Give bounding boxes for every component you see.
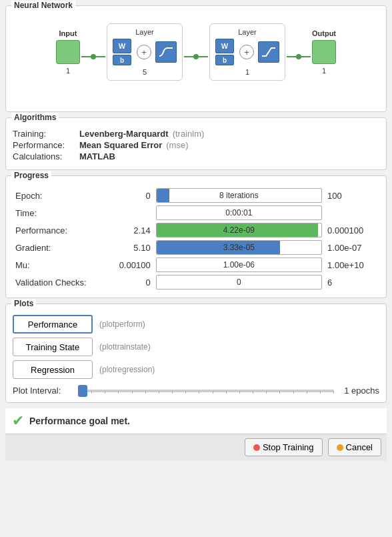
bottom-bar: Stop Training Cancel (5, 434, 387, 460)
algo-calc-label: Calculations: (13, 151, 79, 161)
nn-output-node: Output 1 (312, 29, 336, 75)
nn-layer1-inner: W b + (113, 39, 177, 65)
nn-output-label: Output (312, 29, 336, 37)
prog-label: Mu: (13, 256, 106, 274)
tick (91, 391, 92, 394)
tick (253, 391, 253, 394)
nn-layer2-num: 1 (245, 68, 249, 76)
progress-row: Epoch:08 iterations100 (13, 187, 379, 204)
plot-sublabel: (plotperform) (99, 320, 145, 329)
prog-bar-outer: 4.22e-09 (156, 223, 322, 237)
plot-button-performance[interactable]: Performance (13, 315, 93, 334)
nn-layer2-wb: W b (215, 39, 234, 65)
nn-conn-line3 (184, 56, 193, 57)
nn-layer1-sum: + (137, 45, 151, 59)
nn-output-box (312, 40, 336, 64)
cancel-label: Cancel (346, 442, 373, 452)
algo-training-row: Training: Levenberg-Marquardt (trainlm) (13, 129, 379, 139)
progress-row: Gradient:5.103.33e-051.00e-07 (13, 239, 379, 256)
prog-label: Gradient: (13, 239, 106, 256)
slider-thumb[interactable] (78, 385, 87, 397)
prog-bar-fill (157, 189, 170, 202)
main-container: Neural Network Input 1 Layer W b (0, 0, 392, 466)
plot-button-training-state[interactable]: Training State (13, 338, 93, 356)
prog-bar: 8 iterations (153, 187, 325, 204)
nn-layer2-activation (258, 41, 279, 63)
progress-row: Mu:0.001001.00e-061.00e+10 (13, 256, 379, 274)
nn-layer2: Layer W b + 1 (209, 23, 285, 81)
plots-buttons: Performance(plotperform)Training State(p… (13, 315, 379, 379)
nn-layer2-inner: W b + (215, 39, 279, 65)
prog-label: Performance: (13, 221, 106, 239)
algo-title: Algorithms (11, 113, 59, 122)
prog-bar-outer: 0 (156, 275, 322, 290)
algo-training-value: Levenberg-Marquardt (79, 129, 169, 139)
plot-row: Regression(plotregression) (13, 360, 379, 379)
tick (333, 391, 334, 394)
tick (132, 391, 133, 394)
plot-row: Training State(plottrainstate) (13, 338, 379, 356)
plot-interval-slider[interactable] (78, 390, 334, 392)
prog-bar-text: 8 iterations (219, 191, 259, 200)
prog-start-val: 5.10 (106, 239, 153, 256)
plot-button-regression[interactable]: Regression (13, 360, 93, 379)
tick (105, 391, 105, 394)
plots-title: Plots (11, 299, 36, 308)
prog-bar-text: 0 (237, 278, 241, 287)
nn-layer2-w: W (215, 39, 234, 53)
algo-training-label: Training: (13, 129, 79, 139)
prog-bar: 1.00e-06 (153, 256, 325, 274)
nn-layer1-wb: W b (113, 39, 131, 65)
nn-layer1-activation (155, 41, 177, 63)
nn-layer2-sum: + (239, 45, 254, 59)
nn-layer1-w: W (113, 39, 131, 53)
nn-conn-line4 (199, 56, 208, 57)
algo-training-sub: (trainlm) (173, 129, 205, 139)
prog-start-val: 0.00100 (106, 256, 153, 274)
nn-conn-line1 (81, 56, 91, 57)
prog-end-val: 0.000100 (325, 221, 379, 239)
prog-bar-outer: 0:00:01 (156, 205, 322, 220)
nn-output-num: 1 (322, 67, 326, 75)
plot-interval-value: 1 epochs (339, 386, 379, 396)
progress-title: Progress (11, 171, 51, 180)
prog-bar-outer: 8 iterations (156, 188, 322, 203)
prog-end-val (325, 204, 379, 221)
slider-ticks (78, 391, 334, 394)
tick (293, 391, 294, 394)
nn-input-node: Input 1 (56, 29, 80, 75)
algo-perf-label: Performance: (13, 140, 79, 150)
nn-layer2-label: Layer (238, 28, 257, 36)
nn-layer1: Layer W b + 5 (107, 23, 183, 81)
tick (118, 391, 119, 394)
prog-start-val: 0 (106, 187, 153, 204)
cancel-button[interactable]: Cancel (328, 438, 381, 456)
plot-sublabel: (plotregression) (99, 365, 155, 374)
tick (159, 391, 159, 394)
stop-training-button[interactable]: Stop Training (245, 438, 323, 456)
prog-end-val: 1.00e+10 (325, 256, 379, 274)
progress-row: Time:0:00:01 (13, 204, 379, 221)
prog-bar: 0 (153, 274, 325, 291)
perf-goal-row: ✔ Performance goal met. (5, 408, 387, 434)
prog-start-val: 2.14 (106, 221, 153, 239)
prog-bar-outer: 1.00e-06 (156, 257, 322, 272)
prog-start-val: 0 (106, 274, 153, 291)
prog-bar-text: 4.22e-09 (223, 225, 255, 235)
prog-label: Epoch: (13, 187, 106, 204)
progress-section: Progress Epoch:08 iterations100Time:0:00… (5, 175, 387, 298)
prog-bar-text: 1.00e-06 (223, 260, 255, 270)
nn-layer2-b: b (215, 55, 234, 65)
nn-layer1-num: 5 (143, 68, 147, 76)
prog-end-val: 6 (325, 274, 379, 291)
nn-layer1-label: Layer (135, 28, 154, 36)
tick (199, 391, 199, 394)
algo-perf-value: Mean Squared Error (79, 140, 162, 150)
neural-network-section: Neural Network Input 1 Layer W b (5, 5, 387, 112)
plot-row: Performance(plotperform) (13, 315, 379, 334)
algo-perf-sub: (mse) (166, 140, 188, 150)
prog-end-val: 1.00e-07 (325, 239, 379, 256)
plot-sublabel: (plottrainstate) (99, 342, 151, 352)
check-icon: ✔ (12, 412, 24, 430)
algorithms-section: Algorithms Training: Levenberg-Marquardt… (5, 117, 387, 170)
